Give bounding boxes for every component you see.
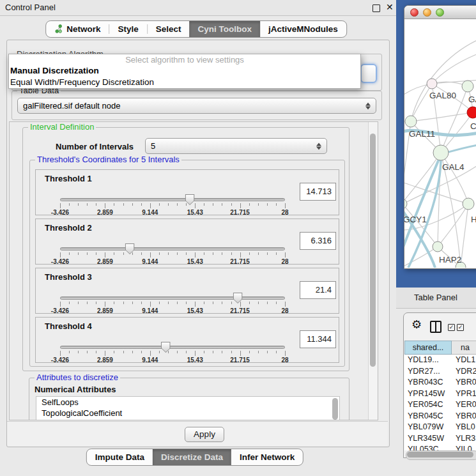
tick-mark (231, 351, 232, 353)
tick-label: 28 (281, 209, 288, 216)
network-canvas[interactable]: GAL80 GA C GAL11 GAL4 GCY1 H HAP2 (404, 19, 476, 268)
network-icon (54, 24, 63, 34)
interval-definition-group-title: Interval Definition (28, 123, 96, 132)
slider-track[interactable] (60, 296, 285, 300)
tick-mark (186, 252, 187, 255)
tick-mark (213, 351, 213, 353)
table-cell-name: YLR3 (452, 433, 475, 445)
tick-mark (78, 351, 79, 353)
tab-impute-data[interactable]: Impute Data (87, 449, 153, 465)
tick-mark (123, 302, 124, 304)
tick-mark (267, 302, 268, 304)
minimize-traffic-light-icon[interactable] (423, 8, 431, 17)
list-scrollbar-thumb[interactable] (332, 398, 338, 420)
tab-network[interactable]: Network (46, 21, 109, 37)
float-window-icon[interactable] (372, 4, 380, 12)
dropdown-placeholder-option[interactable]: Select algorithm to view settings (9, 54, 360, 65)
tick-label: 15.43 (187, 209, 203, 216)
slider-track[interactable] (60, 247, 285, 250)
table-row[interactable]: YBR045C YBR0 (404, 411, 476, 422)
scrollbar-track[interactable] (368, 122, 378, 420)
tab-infer-network-label: Infer Network (240, 452, 295, 462)
network-node-gal4[interactable] (433, 145, 449, 160)
tab-discretize-data[interactable]: Discretize Data (153, 449, 231, 465)
table-row[interactable]: YDL19... YDL1 (404, 355, 476, 366)
tick-mark (114, 351, 114, 353)
table-row[interactable]: YLR345W YLR3 (404, 433, 476, 445)
table-row[interactable]: YER054C YER0 (404, 399, 476, 411)
threshold-slider[interactable]: -3.4262.8599.14415.4321.71528 (60, 342, 285, 364)
tick-mark (267, 252, 268, 255)
network-node-gcy1[interactable] (404, 199, 407, 209)
apply-button[interactable]: Apply (185, 427, 224, 442)
dropdown-option-manual[interactable]: Manual Discretization (9, 65, 360, 77)
threshold-value-field[interactable]: 21.4 (300, 281, 336, 299)
threshold-value-field[interactable]: 14.713 (300, 183, 336, 201)
zoom-traffic-light-icon[interactable] (436, 8, 444, 17)
tick-label: 21.715 (230, 258, 250, 265)
split-columns-icon[interactable] (430, 321, 441, 333)
tab-cyni-toolbox[interactable]: Cyni Toolbox (190, 21, 261, 37)
list-item[interactable]: SelfLoops (36, 397, 339, 408)
table-row[interactable]: YBR043C YBR0 (404, 377, 476, 388)
tick-mark (159, 252, 160, 255)
network-node-ga[interactable] (462, 81, 473, 92)
table-row[interactable]: YDR27... YDR2 (404, 366, 476, 378)
table-row[interactable]: YBL079W YBL0 (404, 422, 476, 433)
column-header-shared-name[interactable]: shared... (404, 341, 452, 355)
network-window-titlebar[interactable] (404, 6, 476, 19)
threshold-value-field[interactable]: 6.316 (300, 232, 336, 250)
network-node-h[interactable] (463, 198, 474, 210)
network-view-window[interactable]: GAL80 GA C GAL11 GAL4 GCY1 H HAP2 (404, 5, 476, 269)
apply-strip: Apply (7, 421, 388, 446)
threshold-slider[interactable]: -3.4262.8599.14415.4321.71528 (60, 293, 285, 314)
tick-mark (168, 203, 169, 206)
close-icon[interactable]: ✕ (386, 2, 394, 12)
tick-mark (78, 252, 79, 255)
horizontal-scrollbar-thumb[interactable] (407, 452, 473, 457)
network-node-selected-red[interactable] (467, 107, 476, 118)
tick-mark (96, 302, 96, 304)
checkbox-icon[interactable]: ✓ (448, 324, 455, 331)
table-data-combobox[interactable]: galFiltered.sif default node (17, 98, 376, 114)
node-label: GCY1 (404, 215, 427, 224)
tick-mark (195, 203, 196, 208)
scrollbar-thumb[interactable] (370, 134, 376, 367)
tab-infer-network[interactable]: Infer Network (231, 449, 303, 465)
tick-mark (168, 351, 169, 353)
network-node-gal11[interactable] (405, 116, 417, 127)
slider-track[interactable] (60, 346, 285, 349)
table-cell-shared-name: YBR045C (404, 411, 452, 422)
table-row[interactable]: YPR145W YPR1 (404, 388, 476, 400)
tick-mark (249, 351, 250, 353)
horizontal-scrollbar-track[interactable] (406, 450, 476, 460)
checkbox-icon[interactable]: ✓ (457, 324, 464, 331)
column-header-name[interactable]: na (452, 341, 476, 355)
threshold-slider[interactable]: -3.4262.8599.14415.4321.71528 (60, 194, 285, 216)
tick-label: 21.715 (230, 357, 250, 364)
dropdown-option-equal-width[interactable]: Equal Width/Frequency Discretization (9, 77, 360, 88)
network-node-hap2[interactable] (433, 242, 443, 252)
tab-jactivemnodules[interactable]: jActiveMNodules (260, 21, 346, 37)
list-item[interactable]: BetweennessCentrality (36, 418, 339, 420)
slider-track[interactable] (60, 198, 285, 201)
tick-mark (87, 351, 88, 353)
list-item[interactable]: TopologicalCoefficient (36, 408, 339, 418)
tick-label: 15.43 (187, 357, 203, 364)
node-label: GAL4 (442, 162, 464, 172)
close-traffic-light-icon[interactable] (410, 8, 418, 17)
threshold-value-field[interactable]: 11.344 (300, 330, 336, 348)
tab-select[interactable]: Select (148, 21, 190, 37)
node-label: HAP2 (439, 255, 461, 265)
tab-style[interactable]: Style (109, 21, 146, 37)
network-node-gal80[interactable] (427, 79, 437, 89)
algorithm-combobox[interactable] (360, 64, 377, 83)
table-row[interactable]: YIL053C YIL0 (404, 444, 476, 450)
tick-mark (114, 252, 114, 255)
threshold-slider[interactable]: -3.4262.8599.14415.4321.71528 (60, 243, 285, 265)
tick-mark (60, 252, 61, 257)
number-of-intervals-combobox[interactable]: 5 (145, 138, 327, 154)
thresholds-group-title: Threshold's Coordinates for 5 Intervals (35, 155, 181, 164)
table-data-group: Table Data galFiltered.sif default node (12, 91, 382, 120)
gear-icon[interactable]: ⚙ (411, 319, 422, 330)
